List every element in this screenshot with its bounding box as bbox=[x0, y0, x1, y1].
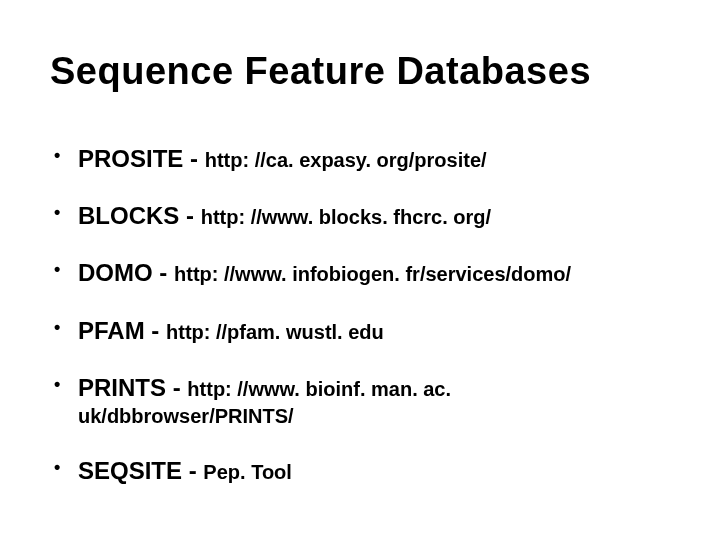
database-url: http: //pfam. wustl. edu bbox=[166, 321, 384, 343]
list-item: BLOCKS - http: //www. blocks. fhcrc. org… bbox=[78, 200, 670, 231]
separator: - bbox=[179, 202, 200, 229]
separator: - bbox=[153, 259, 174, 286]
list-item: SEQSITE - Pep. Tool bbox=[78, 455, 670, 486]
database-name: DOMO bbox=[78, 259, 153, 286]
database-url: http: //www. blocks. fhcrc. org/ bbox=[201, 206, 491, 228]
list-item: PROSITE - http: //ca. expasy. org/prosit… bbox=[78, 143, 670, 174]
database-url: http: //www. infobiogen. fr/services/dom… bbox=[174, 263, 571, 285]
slide: Sequence Feature Databases PROSITE - htt… bbox=[0, 0, 720, 540]
list-item: PFAM - http: //pfam. wustl. edu bbox=[78, 315, 670, 346]
separator: - bbox=[182, 457, 203, 484]
database-list: PROSITE - http: //ca. expasy. org/prosit… bbox=[50, 143, 670, 486]
database-name: BLOCKS bbox=[78, 202, 179, 229]
database-name: SEQSITE bbox=[78, 457, 182, 484]
list-item: PRINTS - http: //www. bioinf. man. ac. u… bbox=[78, 372, 670, 429]
database-name: PRINTS bbox=[78, 374, 166, 401]
separator: - bbox=[166, 374, 187, 401]
page-title: Sequence Feature Databases bbox=[50, 50, 670, 93]
database-url: http: //ca. expasy. org/prosite/ bbox=[205, 149, 487, 171]
database-name: PROSITE bbox=[78, 145, 183, 172]
separator: - bbox=[145, 317, 166, 344]
database-name: PFAM bbox=[78, 317, 145, 344]
separator: - bbox=[183, 145, 204, 172]
database-url: Pep. Tool bbox=[203, 461, 292, 483]
list-item: DOMO - http: //www. infobiogen. fr/servi… bbox=[78, 257, 670, 288]
